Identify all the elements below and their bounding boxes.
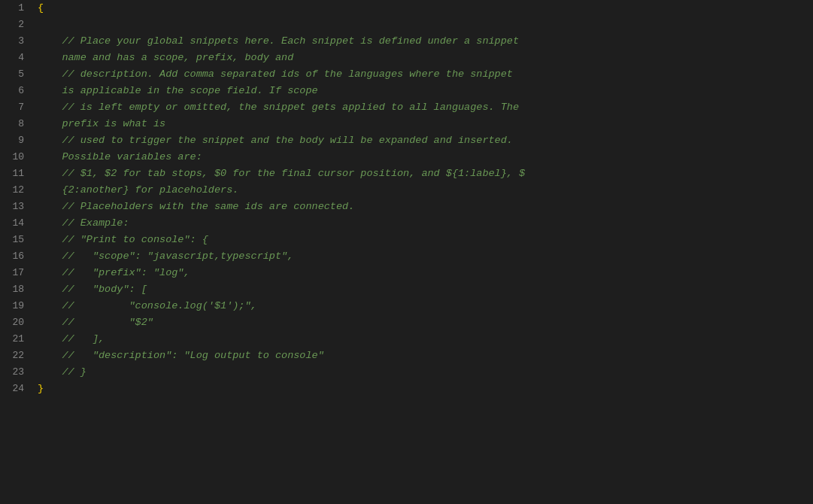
- code-line-13: // Placeholders with the same ids are co…: [38, 199, 813, 215]
- gutter-line-8: 8: [18, 116, 24, 132]
- code-line-15: // "Print to console": {: [38, 232, 813, 248]
- code-line-16: // "scope": "javascript,typescript",: [38, 248, 813, 265]
- code-line-14: // Example:: [38, 215, 813, 232]
- code-line-20: // "$2": [38, 314, 813, 331]
- code-line-22: // "description": "Log output to console…: [38, 348, 813, 364]
- gutter-line-10: 10: [12, 149, 24, 165]
- gutter-line-9: 9: [18, 132, 24, 149]
- gutter-line-17: 17: [12, 265, 24, 281]
- gutter-line-24: 24: [12, 381, 24, 397]
- gutter-line-18: 18: [12, 281, 24, 298]
- code-line-12: {2:another} for placeholders.: [38, 182, 813, 199]
- gutter-line-15: 15: [12, 232, 24, 248]
- code-line-10: Possible variables are:: [38, 149, 813, 165]
- code-line-6: is applicable in the scope field. If sco…: [38, 83, 813, 99]
- code-line-3: // Place your global snippets here. Each…: [38, 33, 813, 50]
- gutter-line-5: 5: [18, 66, 24, 83]
- code-line-17: // "prefix": "log",: [38, 265, 813, 281]
- code-line-19: // "console.log('$1');",: [38, 298, 813, 314]
- code-line-2: [38, 17, 813, 33]
- gutter-line-6: 6: [18, 83, 24, 99]
- editor-container: 1 2 3 4 5 6 7 8 9 10 11 12 13 14 15 16 1…: [0, 0, 813, 504]
- code-line-5: // description. Add comma separated ids …: [38, 66, 813, 83]
- gutter-line-4: 4: [18, 50, 24, 66]
- gutter-line-12: 12: [12, 182, 24, 199]
- gutter-line-3: 3: [18, 33, 24, 50]
- code-line-9: // used to trigger the snippet and the b…: [38, 132, 813, 149]
- gutter-line-16: 16: [12, 248, 24, 265]
- gutter-line-11: 11: [12, 165, 24, 182]
- gutter-line-13: 13: [12, 199, 24, 215]
- code-content[interactable]: { // Place your global snippets here. Ea…: [30, 0, 813, 504]
- code-line-11: // $1, $2 for tab stops, $0 for the fina…: [38, 165, 813, 182]
- code-line-4: name and has a scope, prefix, body and: [38, 50, 813, 66]
- gutter-line-21: 21: [12, 331, 24, 348]
- code-line-21: // ],: [38, 331, 813, 348]
- gutter-line-2: 2: [18, 17, 24, 33]
- gutter-line-1: 1: [18, 0, 24, 17]
- gutter-line-14: 14: [12, 215, 24, 232]
- code-line-23: // }: [38, 364, 813, 381]
- code-line-7: // is left empty or omitted, the snippet…: [38, 99, 813, 116]
- line-numbers: 1 2 3 4 5 6 7 8 9 10 11 12 13 14 15 16 1…: [0, 0, 30, 504]
- code-line-18: // "body": [: [38, 281, 813, 298]
- gutter-line-7: 7: [18, 99, 24, 116]
- code-line-1: {: [38, 0, 813, 17]
- gutter-line-22: 22: [12, 348, 24, 364]
- gutter-line-19: 19: [12, 298, 24, 314]
- code-line-8: prefix is what is: [38, 116, 813, 132]
- gutter-line-20: 20: [12, 314, 24, 331]
- gutter-line-23: 23: [12, 364, 24, 381]
- code-line-24: }: [38, 381, 813, 397]
